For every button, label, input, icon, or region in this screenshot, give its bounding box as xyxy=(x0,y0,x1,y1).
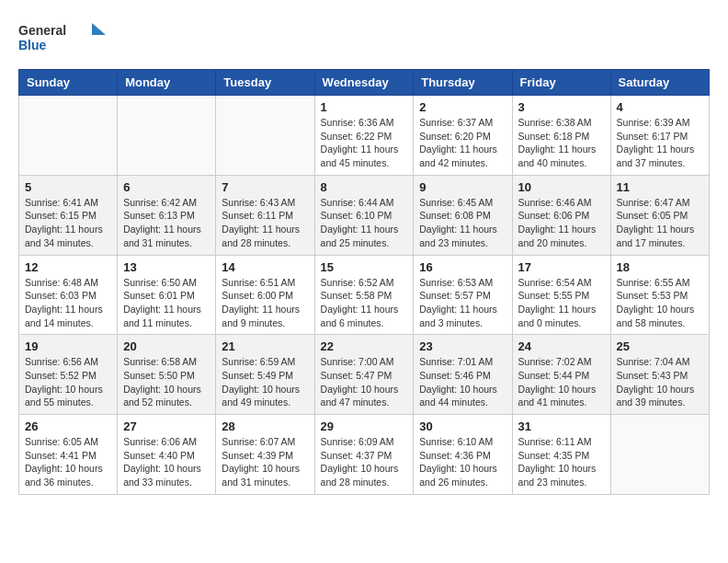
week-row-5: 26Sunrise: 6:05 AMSunset: 4:41 PMDayligh… xyxy=(19,415,710,495)
cell-w2-d1: 5Sunrise: 6:41 AMSunset: 6:15 PMDaylight… xyxy=(19,175,118,255)
day-number: 18 xyxy=(617,260,703,274)
day-number: 31 xyxy=(518,419,605,433)
day-number: 19 xyxy=(25,339,111,353)
cell-w4-d7: 25Sunrise: 7:04 AMSunset: 5:43 PMDayligh… xyxy=(610,335,709,415)
day-number: 3 xyxy=(518,100,605,114)
day-info: Sunrise: 6:11 AMSunset: 4:35 PMDaylight:… xyxy=(518,435,605,489)
day-info: Sunrise: 6:58 AMSunset: 5:50 PMDaylight:… xyxy=(123,355,210,409)
header-monday: Monday xyxy=(118,70,216,96)
cell-w2-d3: 7Sunrise: 6:43 AMSunset: 6:11 PMDaylight… xyxy=(216,175,314,255)
day-info: Sunrise: 6:45 AMSunset: 6:08 PMDaylight:… xyxy=(419,196,506,250)
day-number: 20 xyxy=(123,339,210,353)
day-number: 1 xyxy=(321,100,408,114)
day-info: Sunrise: 6:54 AMSunset: 5:55 PMDaylight:… xyxy=(518,276,605,330)
day-info: Sunrise: 6:36 AMSunset: 6:22 PMDaylight:… xyxy=(321,116,408,170)
cell-w5-d2: 27Sunrise: 6:06 AMSunset: 4:40 PMDayligh… xyxy=(118,415,216,495)
day-info: Sunrise: 6:06 AMSunset: 4:40 PMDaylight:… xyxy=(123,435,210,489)
cell-w3-d3: 14Sunrise: 6:51 AMSunset: 6:00 PMDayligh… xyxy=(216,255,314,335)
day-info: Sunrise: 6:50 AMSunset: 6:01 PMDaylight:… xyxy=(123,276,210,330)
day-number: 10 xyxy=(518,180,605,194)
day-info: Sunrise: 6:43 AMSunset: 6:11 PMDaylight:… xyxy=(222,196,308,250)
day-number: 24 xyxy=(518,339,605,353)
day-info: Sunrise: 6:47 AMSunset: 6:05 PMDaylight:… xyxy=(617,196,703,250)
day-info: Sunrise: 6:05 AMSunset: 4:41 PMDaylight:… xyxy=(25,435,111,489)
cell-w2-d4: 8Sunrise: 6:44 AMSunset: 6:10 PMDaylight… xyxy=(314,175,414,255)
svg-text:Blue: Blue xyxy=(18,38,47,52)
week-row-2: 5Sunrise: 6:41 AMSunset: 6:15 PMDaylight… xyxy=(19,175,710,255)
day-number: 12 xyxy=(25,260,111,274)
day-info: Sunrise: 6:37 AMSunset: 6:20 PMDaylight:… xyxy=(419,116,506,170)
logo-svg: General Blue xyxy=(18,18,110,55)
cell-w5-d1: 26Sunrise: 6:05 AMSunset: 4:41 PMDayligh… xyxy=(19,415,118,495)
week-row-3: 12Sunrise: 6:48 AMSunset: 6:03 PMDayligh… xyxy=(19,255,710,335)
day-info: Sunrise: 6:39 AMSunset: 6:17 PMDaylight:… xyxy=(617,116,703,170)
day-info: Sunrise: 6:56 AMSunset: 5:52 PMDaylight:… xyxy=(25,355,111,409)
cell-w3-d7: 18Sunrise: 6:55 AMSunset: 5:53 PMDayligh… xyxy=(610,255,709,335)
header-sunday: Sunday xyxy=(19,70,118,96)
cell-w1-d5: 2Sunrise: 6:37 AMSunset: 6:20 PMDaylight… xyxy=(414,96,512,176)
day-info: Sunrise: 6:59 AMSunset: 5:49 PMDaylight:… xyxy=(222,355,308,409)
day-number: 23 xyxy=(419,339,506,353)
day-info: Sunrise: 7:04 AMSunset: 5:43 PMDaylight:… xyxy=(617,355,703,409)
page-header: General Blue xyxy=(18,18,710,55)
week-row-4: 19Sunrise: 6:56 AMSunset: 5:52 PMDayligh… xyxy=(19,335,710,415)
day-info: Sunrise: 6:51 AMSunset: 6:00 PMDaylight:… xyxy=(222,276,308,330)
day-info: Sunrise: 6:44 AMSunset: 6:10 PMDaylight:… xyxy=(321,196,408,250)
svg-text:General: General xyxy=(18,23,66,38)
day-number: 8 xyxy=(321,180,408,194)
day-info: Sunrise: 6:41 AMSunset: 6:15 PMDaylight:… xyxy=(25,196,111,250)
cell-w5-d3: 28Sunrise: 6:07 AMSunset: 4:39 PMDayligh… xyxy=(216,415,314,495)
day-number: 4 xyxy=(617,100,703,114)
day-info: Sunrise: 7:01 AMSunset: 5:46 PMDaylight:… xyxy=(419,355,506,409)
day-number: 2 xyxy=(419,100,506,114)
day-info: Sunrise: 6:55 AMSunset: 5:53 PMDaylight:… xyxy=(617,276,703,330)
day-number: 9 xyxy=(419,180,506,194)
cell-w2-d5: 9Sunrise: 6:45 AMSunset: 6:08 PMDaylight… xyxy=(414,175,512,255)
day-info: Sunrise: 6:07 AMSunset: 4:39 PMDaylight:… xyxy=(222,435,308,489)
cell-w1-d7: 4Sunrise: 6:39 AMSunset: 6:17 PMDaylight… xyxy=(610,96,709,176)
day-info: Sunrise: 6:52 AMSunset: 5:58 PMDaylight:… xyxy=(321,276,408,330)
svg-marker-2 xyxy=(92,23,106,35)
cell-w5-d5: 30Sunrise: 6:10 AMSunset: 4:36 PMDayligh… xyxy=(414,415,512,495)
header-wednesday: Wednesday xyxy=(314,70,414,96)
cell-w2-d7: 11Sunrise: 6:47 AMSunset: 6:05 PMDayligh… xyxy=(610,175,709,255)
cell-w3-d2: 13Sunrise: 6:50 AMSunset: 6:01 PMDayligh… xyxy=(118,255,216,335)
day-number: 17 xyxy=(518,260,605,274)
day-info: Sunrise: 6:09 AMSunset: 4:37 PMDaylight:… xyxy=(321,435,408,489)
day-number: 26 xyxy=(25,419,111,433)
day-number: 14 xyxy=(222,260,308,274)
day-info: Sunrise: 7:00 AMSunset: 5:47 PMDaylight:… xyxy=(321,355,408,409)
cell-w2-d6: 10Sunrise: 6:46 AMSunset: 6:06 PMDayligh… xyxy=(512,175,610,255)
cell-w4-d4: 22Sunrise: 7:00 AMSunset: 5:47 PMDayligh… xyxy=(314,335,414,415)
day-number: 7 xyxy=(222,180,308,194)
cell-w3-d4: 15Sunrise: 6:52 AMSunset: 5:58 PMDayligh… xyxy=(314,255,414,335)
day-info: Sunrise: 6:48 AMSunset: 6:03 PMDaylight:… xyxy=(25,276,111,330)
cell-w3-d5: 16Sunrise: 6:53 AMSunset: 5:57 PMDayligh… xyxy=(414,255,512,335)
cell-w1-d3 xyxy=(216,96,314,176)
day-number: 28 xyxy=(222,419,308,433)
day-info: Sunrise: 6:38 AMSunset: 6:18 PMDaylight:… xyxy=(518,116,605,170)
header-tuesday: Tuesday xyxy=(216,70,314,96)
day-number: 22 xyxy=(321,339,408,353)
day-info: Sunrise: 6:53 AMSunset: 5:57 PMDaylight:… xyxy=(419,276,506,330)
cell-w2-d2: 6Sunrise: 6:42 AMSunset: 6:13 PMDaylight… xyxy=(118,175,216,255)
cell-w1-d6: 3Sunrise: 6:38 AMSunset: 6:18 PMDaylight… xyxy=(512,96,610,176)
header-thursday: Thursday xyxy=(414,70,512,96)
day-info: Sunrise: 6:46 AMSunset: 6:06 PMDaylight:… xyxy=(518,196,605,250)
day-number: 25 xyxy=(617,339,703,353)
day-number: 27 xyxy=(123,419,210,433)
cell-w1-d2 xyxy=(118,96,216,176)
day-number: 13 xyxy=(123,260,210,274)
cell-w3-d1: 12Sunrise: 6:48 AMSunset: 6:03 PMDayligh… xyxy=(19,255,118,335)
day-number: 15 xyxy=(321,260,408,274)
day-info: Sunrise: 6:42 AMSunset: 6:13 PMDaylight:… xyxy=(123,196,210,250)
cell-w5-d4: 29Sunrise: 6:09 AMSunset: 4:37 PMDayligh… xyxy=(314,415,414,495)
day-number: 16 xyxy=(419,260,506,274)
day-number: 30 xyxy=(419,419,506,433)
cell-w4-d3: 21Sunrise: 6:59 AMSunset: 5:49 PMDayligh… xyxy=(216,335,314,415)
header-friday: Friday xyxy=(512,70,610,96)
day-number: 6 xyxy=(123,180,210,194)
calendar-table: SundayMondayTuesdayWednesdayThursdayFrid… xyxy=(18,69,710,495)
day-number: 5 xyxy=(25,180,111,194)
day-info: Sunrise: 7:02 AMSunset: 5:44 PMDaylight:… xyxy=(518,355,605,409)
